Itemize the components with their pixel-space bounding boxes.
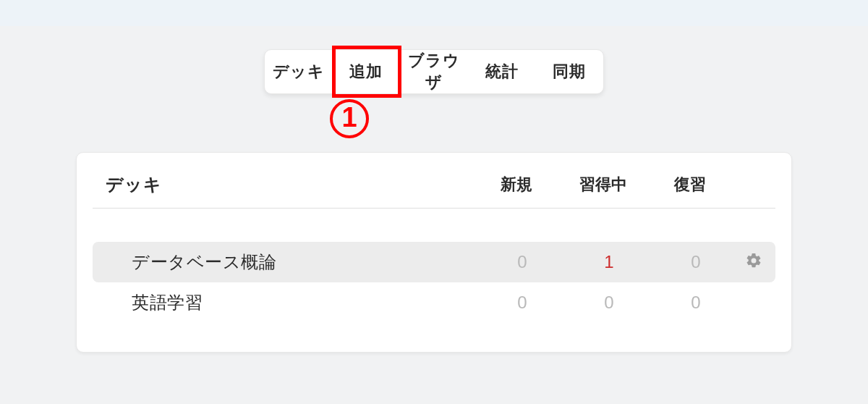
deck-rows: データベース概論 0 1 0 英語学習 0 0 0 <box>93 242 775 323</box>
deck-review-count: 0 <box>652 293 739 313</box>
deck-learn-count: 1 <box>566 252 652 272</box>
deck-row[interactable]: 英語学習 0 0 0 <box>93 282 775 323</box>
deck-table-header: デッキ 新規 習得中 復習 <box>93 173 775 209</box>
header-review: 復習 <box>647 174 733 195</box>
deck-row[interactable]: データベース概論 0 1 0 <box>93 242 775 282</box>
tab-add[interactable]: 追加 <box>333 61 401 83</box>
annotation-step-number: 1 <box>341 104 357 131</box>
deck-review-count: 0 <box>652 252 739 272</box>
deck-name: データベース概論 <box>132 251 479 274</box>
deck-list-card: デッキ 新規 習得中 復習 データベース概論 0 1 0 英語学習 0 0 0 <box>76 152 792 353</box>
deck-learn-count: 0 <box>566 293 652 313</box>
header-deck: デッキ <box>106 173 473 196</box>
window-top-band <box>0 0 868 26</box>
tab-browse[interactable]: ブラウザ <box>400 50 468 93</box>
header-new: 新規 <box>473 174 560 195</box>
gear-icon <box>745 252 762 272</box>
deck-options-button[interactable] <box>739 252 768 272</box>
tab-sync[interactable]: 同期 <box>535 61 603 83</box>
annotation-step-badge: 1 <box>330 99 369 138</box>
deck-new-count: 0 <box>479 252 566 272</box>
tab-stats[interactable]: 統計 <box>468 61 536 83</box>
deck-name: 英語学習 <box>132 291 479 314</box>
tab-decks[interactable]: デッキ <box>265 61 333 83</box>
deck-new-count: 0 <box>479 293 566 313</box>
main-tabbar: デッキ 追加 ブラウザ 統計 同期 1 <box>264 49 604 94</box>
header-learn: 習得中 <box>560 174 647 195</box>
